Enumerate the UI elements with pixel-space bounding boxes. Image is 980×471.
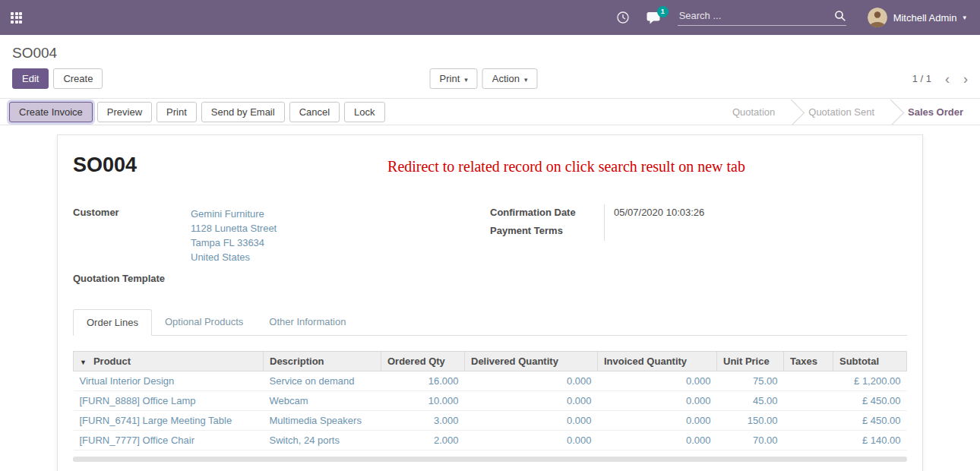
tab-other-information[interactable]: Other Information xyxy=(256,309,359,335)
customer-value: Gemini Furniture 1128 Lunetta Street Tam… xyxy=(191,204,277,267)
cell-invoiced-qty[interactable]: 0.000 xyxy=(598,371,717,391)
chevron-down-icon: ▾ xyxy=(524,76,528,84)
customer-country: United States xyxy=(191,250,277,264)
cell-product[interactable]: [FURN_6741] Large Meeting Table xyxy=(74,411,264,431)
cell-ordered-qty[interactable]: 3.000 xyxy=(381,411,465,431)
print-menu-button[interactable]: Print▾ xyxy=(430,68,478,89)
cell-subtotal[interactable]: £ 140.00 xyxy=(833,431,907,450)
user-name: Mitchell Admin xyxy=(893,12,957,24)
cell-ordered-qty[interactable]: 2.000 xyxy=(381,431,465,450)
tab-order-lines[interactable]: Order Lines xyxy=(73,309,152,336)
cell-description[interactable]: Switch, 24 ports xyxy=(264,431,381,450)
create-invoice-button[interactable]: Create Invoice xyxy=(9,102,93,122)
top-navbar: 1 Mitchell Admin ▾ xyxy=(0,0,980,35)
cell-subtotal[interactable]: £ 450.00 xyxy=(833,411,907,431)
table-row: [FURN_7777] Office Chair Switch, 24 port… xyxy=(74,431,907,450)
cell-taxes[interactable] xyxy=(784,391,833,411)
horizontal-scrollbar[interactable] xyxy=(73,457,907,462)
tab-optional-products[interactable]: Optional Products xyxy=(152,309,256,335)
cell-taxes[interactable] xyxy=(784,431,833,450)
column-header-taxes[interactable]: Taxes xyxy=(784,352,833,371)
cell-description[interactable]: Service on demand xyxy=(264,371,381,391)
cell-ordered-qty[interactable]: 10.000 xyxy=(381,391,465,411)
annotation-text: Redirect to related record on click sear… xyxy=(387,158,745,175)
chevron-down-icon: ▾ xyxy=(963,14,966,21)
cell-invoiced-qty[interactable]: 0.000 xyxy=(598,431,717,450)
cancel-button[interactable]: Cancel xyxy=(289,102,340,122)
preview-button[interactable]: Preview xyxy=(97,102,152,122)
cell-unit-price[interactable]: 75.00 xyxy=(717,371,784,391)
cell-product[interactable]: [FURN_8888] Office Lamp xyxy=(74,391,264,411)
customer-street: 1128 Lunetta Street xyxy=(191,221,277,236)
cell-invoiced-qty[interactable]: 0.000 xyxy=(598,411,717,431)
search-input[interactable] xyxy=(678,9,834,22)
customer-name-link[interactable]: Gemini Furniture xyxy=(191,207,277,221)
pager-previous-icon[interactable]: ‹ xyxy=(945,72,950,86)
field-groups: Customer Gemini Furniture 1128 Lunetta S… xyxy=(73,204,907,286)
avatar xyxy=(868,8,887,27)
column-header-product[interactable]: ▼Product xyxy=(74,352,264,371)
cell-unit-price[interactable]: 150.00 xyxy=(717,411,784,431)
form-sheet: SO004 Redirect to related record on clic… xyxy=(57,134,923,471)
column-header-description[interactable]: Description xyxy=(264,352,381,371)
cell-product[interactable]: [FURN_7777] Office Chair xyxy=(74,431,264,450)
confirmation-date-label: Confirmation Date xyxy=(490,204,604,223)
create-button[interactable]: Create xyxy=(53,68,103,89)
record-title: SO004 xyxy=(73,153,137,177)
cell-subtotal[interactable]: £ 450.00 xyxy=(833,391,907,411)
table-row: Virtual Interior Design Service on deman… xyxy=(74,371,907,391)
column-header-invoiced-quantity[interactable]: Invoiced Quantity xyxy=(598,352,717,371)
cell-invoiced-qty[interactable]: 0.000 xyxy=(598,391,717,411)
print-button[interactable]: Print xyxy=(156,102,197,122)
action-menu-button[interactable]: Action▾ xyxy=(482,68,538,89)
column-header-ordered-qty[interactable]: Ordered Qty xyxy=(381,352,465,371)
column-header-subtotal[interactable]: Subtotal xyxy=(833,352,907,371)
pager-next-icon[interactable]: › xyxy=(963,72,968,86)
chevron-down-icon: ▾ xyxy=(464,76,468,84)
search-icon[interactable] xyxy=(834,10,846,22)
cell-delivered-qty[interactable]: 0.000 xyxy=(465,371,598,391)
cell-product[interactable]: Virtual Interior Design xyxy=(74,371,264,391)
control-panel: Edit Create Print▾ Action▾ 1 / 1 ‹ › xyxy=(0,62,980,98)
cell-delivered-qty[interactable]: 0.000 xyxy=(465,391,598,411)
status-quotation-sent[interactable]: Quotation Sent xyxy=(792,99,891,125)
messages-count-badge: 1 xyxy=(657,6,669,17)
cell-taxes[interactable] xyxy=(784,411,833,431)
customer-city: Tampa FL 33634 xyxy=(191,236,277,250)
column-header-unit-price[interactable]: Unit Price xyxy=(717,352,784,371)
breadcrumb: SO004 xyxy=(0,35,980,62)
quotation-template-label: Quotation Template xyxy=(73,270,191,286)
global-search xyxy=(678,9,846,26)
cell-delivered-qty[interactable]: 0.000 xyxy=(465,411,598,431)
pager-value: 1 / 1 xyxy=(912,73,931,84)
table-header-row: ▼Product Description Ordered Qty Deliver… xyxy=(74,352,907,371)
breadcrumb-title: SO004 xyxy=(12,45,57,61)
cell-unit-price[interactable]: 45.00 xyxy=(717,391,784,411)
lock-button[interactable]: Lock xyxy=(344,102,384,122)
status-sales-order[interactable]: Sales Order xyxy=(891,99,980,125)
statusbar: Create Invoice Preview Print Send by Ema… xyxy=(0,98,980,125)
payment-terms-label: Payment Terms xyxy=(490,223,604,241)
cell-taxes[interactable] xyxy=(784,371,833,391)
cell-subtotal[interactable]: £ 1,200.00 xyxy=(833,371,907,391)
table-row: [FURN_8888] Office Lamp Webcam 10.000 0.… xyxy=(74,391,907,411)
status-quotation[interactable]: Quotation xyxy=(716,99,792,125)
cell-description[interactable]: Webcam xyxy=(264,391,381,411)
cell-unit-price[interactable]: 70.00 xyxy=(717,431,784,450)
cell-description[interactable]: Multimedia Speakers xyxy=(264,411,381,431)
customer-label: Customer xyxy=(73,204,191,267)
user-menu[interactable]: Mitchell Admin ▾ xyxy=(863,8,966,27)
send-by-email-button[interactable]: Send by Email xyxy=(201,102,285,122)
activities-clock-icon[interactable] xyxy=(616,11,630,24)
cell-ordered-qty[interactable]: 16.000 xyxy=(381,371,465,391)
edit-button[interactable]: Edit xyxy=(12,68,49,89)
payment-terms-value xyxy=(604,223,855,241)
cell-delivered-qty[interactable]: 0.000 xyxy=(465,431,598,450)
messages-icon[interactable]: 1 xyxy=(646,11,661,24)
status-pipeline: Quotation Quotation Sent Sales Order xyxy=(716,99,980,125)
apps-menu-icon[interactable] xyxy=(11,12,22,24)
sort-caret-icon[interactable]: ▼ xyxy=(80,359,87,366)
confirmation-date-value: 05/07/2020 10:03:26 xyxy=(604,204,855,223)
column-header-delivered-quantity[interactable]: Delivered Quantity xyxy=(465,352,598,371)
notebook-tabs: Order Lines Optional Products Other Info… xyxy=(73,309,907,336)
